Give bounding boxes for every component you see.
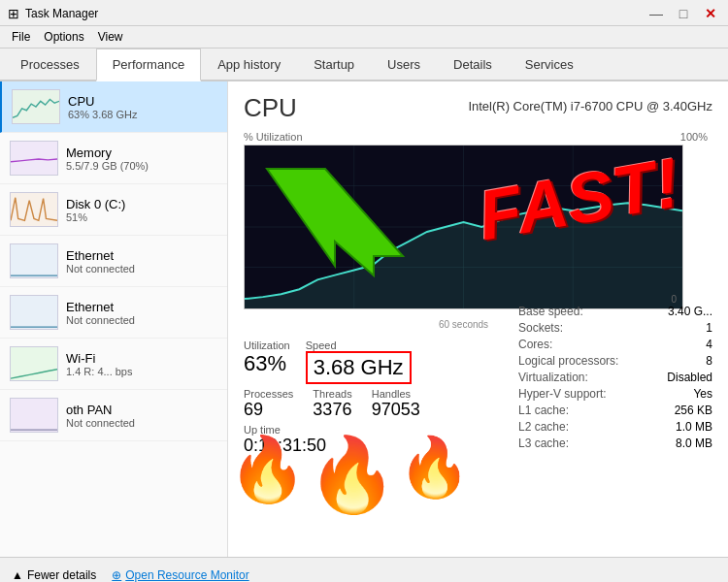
processes-label: Processes bbox=[244, 388, 293, 400]
tab-processes[interactable]: Processes bbox=[4, 48, 96, 81]
cpu-header: CPU Intel(R) Core(TM) i7-6700 CPU @ 3.40… bbox=[244, 93, 712, 123]
tab-services[interactable]: Services bbox=[509, 48, 590, 81]
utilization-value: 63% bbox=[244, 351, 290, 376]
bottom-bar: ▲ Fewer details ⊕ Open Resource Monitor bbox=[0, 557, 728, 582]
bluetooth-name: oth PAN bbox=[66, 403, 217, 417]
cpu-graph: 0 bbox=[244, 145, 683, 309]
bluetooth-stats: Not connected bbox=[66, 417, 217, 429]
device-item-disk[interactable]: Disk 0 (C:) 51% bbox=[0, 184, 227, 236]
graph-zero-label: 0 bbox=[671, 294, 677, 305]
ethernet1-name: Ethernet bbox=[66, 248, 217, 263]
device-item-cpu[interactable]: CPU 63% 3.68 GHz bbox=[0, 81, 227, 133]
tab-performance[interactable]: Performance bbox=[96, 48, 201, 81]
ethernet2-stats: Not connected bbox=[66, 314, 217, 326]
title-bar: ⊞ Task Manager — □ ✕ bbox=[0, 0, 728, 26]
right-panel: CPU Intel(R) Core(TM) i7-6700 CPU @ 3.40… bbox=[228, 81, 728, 557]
handles-label: Handles bbox=[372, 388, 420, 400]
graph-utilization-label: % Utilization bbox=[244, 131, 303, 143]
tab-users[interactable]: Users bbox=[371, 48, 437, 81]
info-logical: Logical processors: 8 bbox=[518, 354, 712, 368]
menu-bar: File Options View bbox=[0, 26, 728, 48]
handles-block: Handles 97053 bbox=[372, 388, 420, 420]
left-panel: CPU 63% 3.68 GHz Memory 5.5/7.9 GB (70%) bbox=[0, 81, 228, 557]
memory-name: Memory bbox=[66, 146, 217, 160]
menu-view[interactable]: View bbox=[92, 28, 129, 46]
tab-app-history[interactable]: App history bbox=[201, 48, 297, 81]
utilization-block: Utilization 63% bbox=[244, 340, 290, 384]
cpu-stats: 63% 3.68 GHz bbox=[68, 109, 217, 120]
processes-block: Processes 69 bbox=[244, 388, 293, 420]
wifi-info: Wi-Fi 1.4 R: 4... bps bbox=[66, 351, 217, 377]
ethernet1-stats: Not connected bbox=[66, 263, 217, 275]
info-hyperv: Hyper-V support: Yes bbox=[518, 387, 712, 401]
cpu-info: CPU 63% 3.68 GHz bbox=[68, 94, 217, 120]
device-item-ethernet2[interactable]: Ethernet Not connected bbox=[0, 287, 227, 339]
svg-rect-4 bbox=[11, 296, 57, 329]
graph-max-label: 100% bbox=[680, 131, 708, 143]
svg-rect-2 bbox=[11, 193, 57, 226]
cpu-model: Intel(R) Core(TM) i7-6700 CPU @ 3.40GHz bbox=[468, 99, 712, 113]
open-monitor-link[interactable]: ⊕ Open Resource Monitor bbox=[112, 568, 248, 582]
tab-details[interactable]: Details bbox=[437, 48, 509, 81]
info-base-speed: Base speed: 3.40 G... bbox=[518, 305, 712, 318]
disk-stats: 51% bbox=[66, 211, 217, 223]
graph-label-top: % Utilization 100% bbox=[244, 131, 683, 143]
graph-wrapper: % Utilization 100% 0 bbox=[244, 131, 683, 330]
device-item-bluetooth[interactable]: oth PAN Not connected bbox=[0, 390, 227, 441]
info-l2: L2 cache: 1.0 MB bbox=[518, 420, 712, 434]
app-icon: ⊞ bbox=[8, 6, 19, 21]
svg-rect-1 bbox=[11, 142, 57, 175]
ethernet2-info: Ethernet Not connected bbox=[66, 300, 217, 326]
speed-value: 3.68 GHz bbox=[314, 355, 404, 379]
memory-info: Memory 5.5/7.9 GB (70%) bbox=[66, 146, 217, 172]
menu-options[interactable]: Options bbox=[38, 28, 89, 46]
bluetooth-mini-graph bbox=[10, 398, 58, 433]
right-info: Base speed: 3.40 G... Sockets: 1 Cores: … bbox=[518, 305, 712, 453]
bluetooth-info: oth PAN Not connected bbox=[66, 403, 217, 429]
chevron-up-icon: ▲ bbox=[12, 568, 23, 582]
speed-label: Speed bbox=[306, 340, 412, 351]
wifi-name: Wi-Fi bbox=[66, 351, 217, 366]
tab-startup[interactable]: Startup bbox=[297, 48, 371, 81]
threads-block: Threads 3376 bbox=[313, 388, 351, 420]
info-l1: L1 cache: 256 KB bbox=[518, 404, 712, 417]
disk-info: Disk 0 (C:) 51% bbox=[66, 197, 217, 223]
fewer-details-button[interactable]: ▲ Fewer details bbox=[12, 568, 96, 582]
cpu-title: CPU bbox=[244, 93, 297, 123]
open-monitor-label: Open Resource Monitor bbox=[125, 568, 248, 582]
ethernet1-mini-graph bbox=[10, 243, 58, 278]
disk-mini-graph bbox=[10, 192, 58, 227]
disk-name: Disk 0 (C:) bbox=[66, 197, 217, 211]
memory-mini-graph bbox=[10, 141, 58, 176]
wifi-stats: 1.4 R: 4... bps bbox=[66, 366, 217, 377]
svg-rect-3 bbox=[11, 244, 57, 277]
device-item-ethernet1[interactable]: Ethernet Not connected bbox=[0, 236, 227, 287]
svg-rect-5 bbox=[11, 347, 57, 380]
cpu-mini-graph bbox=[12, 89, 60, 124]
ethernet1-info: Ethernet Not connected bbox=[66, 248, 217, 275]
wifi-mini-graph bbox=[10, 346, 58, 381]
memory-stats: 5.5/7.9 GB (70%) bbox=[66, 160, 217, 172]
handles-value: 97053 bbox=[372, 400, 420, 420]
threads-label: Threads bbox=[313, 388, 351, 400]
close-button[interactable]: ✕ bbox=[701, 6, 720, 21]
info-virtualization: Virtualization: Disabled bbox=[518, 371, 712, 384]
tab-bar: Processes Performance App history Startu… bbox=[0, 48, 728, 81]
maximize-button[interactable]: □ bbox=[674, 6, 693, 21]
menu-file[interactable]: File bbox=[6, 28, 36, 46]
ethernet2-name: Ethernet bbox=[66, 300, 217, 314]
cpu-name: CPU bbox=[68, 94, 217, 109]
info-sockets: Sockets: 1 bbox=[518, 321, 712, 335]
info-cores: Cores: 4 bbox=[518, 338, 712, 351]
fewer-details-label: Fewer details bbox=[27, 568, 96, 582]
info-l3: L3 cache: 8.0 MB bbox=[518, 436, 712, 450]
app-title: Task Manager bbox=[25, 7, 98, 20]
svg-rect-6 bbox=[11, 399, 57, 432]
device-item-wifi[interactable]: Wi-Fi 1.4 R: 4... bps bbox=[0, 339, 227, 390]
speed-box: 3.68 GHz bbox=[306, 351, 412, 384]
ethernet2-mini-graph bbox=[10, 295, 58, 330]
monitor-icon: ⊕ bbox=[112, 568, 121, 582]
minimize-button[interactable]: — bbox=[646, 6, 666, 21]
device-item-memory[interactable]: Memory 5.5/7.9 GB (70%) bbox=[0, 133, 227, 184]
speed-block: Speed 3.68 GHz bbox=[306, 340, 412, 384]
